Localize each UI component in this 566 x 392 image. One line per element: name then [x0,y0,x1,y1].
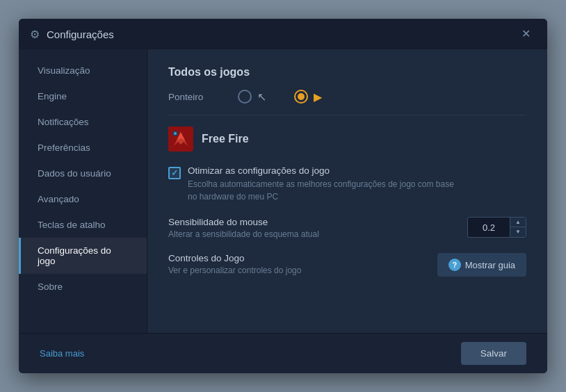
cursor-arrow-icon: ▶ [314,90,322,104]
game-controls-desc: Ver e personalizar controles do jogo [168,266,437,275]
spinner-buttons: ▲ ▼ [510,218,526,237]
game-controls-text: Controles do Jogo Ver e personalizar con… [168,253,437,275]
game-icon-svg [168,126,193,152]
mouse-sensitivity-control: ▲ ▼ [467,217,526,238]
game-controls-label: Controles do Jogo [168,253,437,263]
learn-more-link[interactable]: Saiba mais [40,348,84,359]
checkmark-icon: ✓ [171,168,178,178]
content-area: Visualização Engine Notificações Preferê… [19,49,547,333]
settings-dialog: ⚙ Configurações ✕ Visualização Engine No… [19,19,547,373]
pointer-option-2: ▶ [294,90,322,104]
game-title: Free Fire [202,133,249,145]
radio-filled[interactable] [294,90,308,104]
sidebar: Visualização Engine Notificações Preferê… [19,49,147,333]
cursor-default-icon: ↖ [257,90,266,104]
settings-icon: ⚙ [30,28,40,41]
spinner-down-button[interactable]: ▼ [510,227,526,237]
optimize-description: Escolha automaticamente as melhores conf… [188,178,454,203]
mouse-sensitivity-label: Sensibilidade do mouse [168,217,467,227]
ponteiro-row: Ponteiro ↖ ▶ [168,90,526,104]
sidebar-item-teclas-atalho[interactable]: Teclas de atalho [19,212,147,238]
game-controls-control: ? Mostrar guia [437,253,526,277]
radio-empty[interactable] [238,90,252,104]
mouse-sensitivity-desc: Alterar a sensibilidade do esquema atual [168,229,467,239]
optimize-checkbox-row: ✓ Otimizar as configurações do jogo Esco… [168,165,526,203]
guide-question-icon: ? [448,259,461,271]
sidebar-item-preferencias[interactable]: Preferências [19,135,147,161]
optimize-checkbox[interactable]: ✓ [168,167,181,179]
footer: Saiba mais Salvar [19,333,547,373]
sidebar-item-dados-usuario[interactable]: Dados do usuário [19,161,147,186]
game-controls-row: Controles do Jogo Ver e personalizar con… [168,253,526,277]
guide-btn-label: Mostrar guia [465,260,515,270]
sidebar-item-visualizacao[interactable]: Visualização [19,58,147,83]
game-header: Free Fire [168,126,526,152]
save-button[interactable]: Salvar [461,342,526,365]
main-content: Todos os jogos Ponteiro ↖ ▶ [147,49,547,333]
section-title: Todos os jogos [168,66,526,79]
ponteiro-label: Ponteiro [168,92,238,102]
sidebar-item-engine[interactable]: Engine [19,83,147,109]
title-bar: ⚙ Configurações ✕ [19,19,547,49]
optimize-label: Otimizar as configurações do jogo [188,165,454,176]
mouse-sensitivity-text: Sensibilidade do mouse Alterar a sensibi… [168,217,467,239]
sidebar-item-config-jogo[interactable]: Configurações do jogo [19,238,147,274]
dialog-title: Configurações [47,28,516,40]
sidebar-item-notificacoes[interactable]: Notificações [19,109,147,135]
divider [168,115,526,115]
spinner: ▲ ▼ [467,217,526,238]
checkbox-text: Otimizar as configurações do jogo Escolh… [188,165,454,203]
spinner-up-button[interactable]: ▲ [510,218,526,227]
svg-point-4 [174,132,177,135]
sensitivity-input[interactable] [468,220,510,236]
pointer-option-1: ↖ [238,90,266,104]
close-button[interactable]: ✕ [516,26,536,42]
game-icon [168,126,193,152]
sidebar-item-avancado[interactable]: Avançado [19,186,147,212]
mouse-sensitivity-row: Sensibilidade do mouse Alterar a sensibi… [168,217,526,239]
show-guide-button[interactable]: ? Mostrar guia [437,253,526,277]
sidebar-item-sobre[interactable]: Sobre [19,274,147,300]
